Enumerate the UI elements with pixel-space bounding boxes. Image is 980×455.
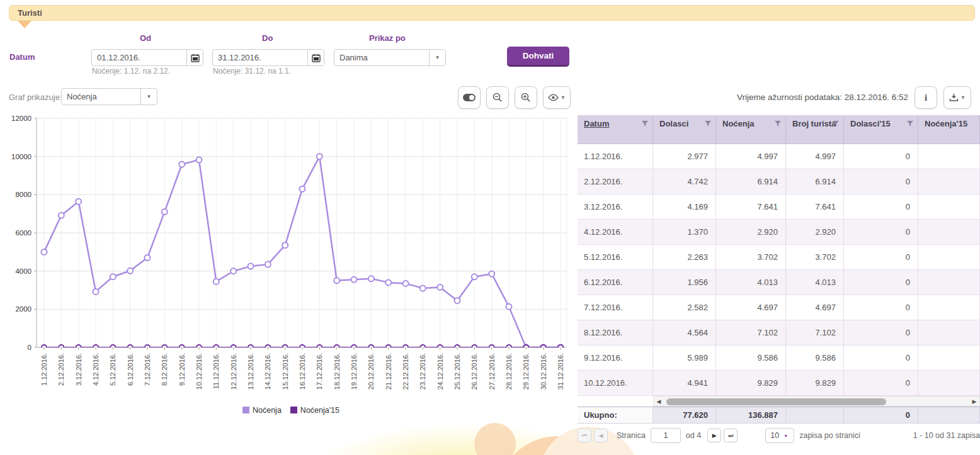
table-cell (918, 371, 980, 396)
table-cell: 2.582 (653, 295, 716, 320)
table-row[interactable]: 7.12.2016.2.5824.6974.6970 (578, 295, 980, 320)
zoom-in-icon (520, 92, 532, 103)
zoom-in-button[interactable] (515, 86, 537, 109)
table-cell (918, 295, 980, 320)
column-header-5[interactable]: Noćenja'15 (918, 115, 980, 143)
calendar-icon[interactable] (307, 50, 324, 65)
export-download-button[interactable]: ▼ (943, 86, 971, 109)
scrollbar-track[interactable] (664, 396, 969, 406)
pagination-bar: ⏮ ◀ Stranica od 4 ▶ ⏭ 10 ▼ zapisa po str… (578, 427, 980, 444)
next-page-button[interactable]: ▶ (707, 429, 721, 442)
chart-toggle-button[interactable] (458, 86, 481, 109)
svg-text:11.12.2016.: 11.12.2016. (212, 353, 220, 389)
column-header-0[interactable]: Datum (578, 115, 653, 143)
table-cell (918, 320, 980, 345)
scrollbar-thumb[interactable] (666, 398, 886, 405)
table-row[interactable]: 9.12.2016.5.9899.5869.5860 (578, 345, 980, 371)
table-cell: 4.697 (716, 295, 786, 320)
svg-text:7.12.2016.: 7.12.2016. (144, 353, 151, 386)
calendar-icon[interactable] (186, 50, 203, 65)
table-cell: 10.12.2016. (578, 371, 653, 396)
svg-text:12000: 12000 (11, 115, 31, 122)
table-row[interactable]: 6.12.2016.1.9564.0134.0130 (578, 270, 980, 295)
last-page-button[interactable]: ⏭ (724, 429, 738, 442)
filter-icon (705, 121, 711, 126)
total-cell: 77.620 (653, 407, 716, 423)
svg-text:6000: 6000 (15, 229, 31, 237)
table-cell: 0 (844, 320, 918, 345)
table-cell: 6.12.2016. (578, 270, 653, 295)
table-cell: 4.013 (786, 270, 844, 295)
column-header-3[interactable]: Broj turista (786, 115, 844, 143)
legend-swatch[interactable] (242, 407, 249, 413)
total-cell (918, 407, 980, 423)
turisti-tab[interactable]: Turisti (9, 5, 975, 21)
column-label: Dolasci (659, 119, 688, 128)
info-button[interactable]: i (914, 86, 937, 109)
prev-page-button[interactable]: ◀ (594, 429, 608, 442)
date-to-hint: Noćenje: 31.12. na 1.1. (213, 67, 291, 76)
dohvati-button[interactable]: Dohvati (507, 47, 569, 67)
svg-text:28.12.2016.: 28.12.2016. (505, 353, 513, 390)
table-cell: 2.920 (786, 220, 844, 245)
zoom-out-button[interactable] (486, 86, 509, 109)
records-range-label: 1 - 10 od 31 zapisa (913, 431, 980, 440)
date-to-input[interactable]: 31.12.2016. (212, 49, 324, 66)
graf-prikazuje-select[interactable]: Noćenja ▼ (61, 88, 157, 105)
table-row[interactable]: 4.12.2016.1.3702.9202.9200 (578, 220, 980, 245)
total-label: Ukupno: (578, 407, 653, 423)
table-cell (918, 245, 980, 270)
column-label: Broj turista (792, 119, 836, 128)
table-cell: 0 (844, 220, 918, 245)
table-cell (918, 194, 980, 220)
table-cell: 0 (844, 245, 918, 270)
chevron-down-icon[interactable]: ▼ (429, 50, 445, 65)
turisti-page: Turisti Datum Od Do Prikaz po 01.12.2016… (0, 0, 980, 455)
table-row[interactable]: 8.12.2016.4.5647.1027.1020 (578, 320, 980, 345)
chevron-down-icon[interactable]: ▼ (140, 89, 157, 104)
table-cell (918, 220, 980, 245)
page-size-select[interactable]: 10 ▼ (765, 428, 794, 443)
svg-text:6.12.2016.: 6.12.2016. (127, 353, 134, 386)
legend-label[interactable]: Noćenja (253, 406, 282, 415)
table-row[interactable]: 5.12.2016.2.2633.7023.7020 (578, 245, 980, 270)
table-row[interactable]: 10.12.2016.4.9419.8299.8290 (578, 371, 980, 396)
scroll-right-arrow[interactable]: ▶ (969, 398, 979, 405)
svg-text:17.12.2016.: 17.12.2016. (316, 353, 323, 390)
svg-text:18.12.2016.: 18.12.2016. (333, 353, 341, 390)
svg-text:25.12.2016.: 25.12.2016. (453, 353, 461, 390)
column-label: Noćenja (722, 119, 755, 128)
total-cell: 0 (844, 407, 918, 423)
table-cell: 7.102 (716, 320, 786, 345)
series-visibility-button[interactable]: ▼ (543, 86, 571, 109)
date-from-hint: Noćenje: 1.12. na 2.12. (92, 67, 170, 76)
stranica-label: Stranica (617, 431, 646, 440)
page-size-label: zapisa po stranici (799, 431, 860, 440)
table-cell (918, 270, 980, 295)
table-row[interactable]: 2.12.2016.4.7426.9146.9140 (578, 169, 980, 194)
date-to-value: 31.12.2016. (213, 53, 307, 62)
table-cell: 0 (844, 270, 918, 295)
legend-swatch[interactable] (290, 407, 297, 413)
prikaz-po-select[interactable]: Danima ▼ (334, 49, 446, 66)
filter-icon (833, 121, 839, 126)
legend-label[interactable]: Noćenja'15 (300, 406, 339, 415)
date-from-input[interactable]: 01.12.2016. (91, 49, 203, 66)
chevron-down-icon: ▼ (783, 434, 794, 438)
svg-text:8.12.2016.: 8.12.2016. (161, 353, 168, 386)
first-page-button[interactable]: ⏮ (578, 429, 591, 442)
column-header-1[interactable]: Dolasci (653, 115, 716, 143)
table-row[interactable]: 3.12.2016.4.1697.6417.6410 (578, 194, 980, 220)
prikaz-po-value: Danima (334, 53, 429, 62)
tab-pointer-icon (18, 21, 31, 28)
table-row[interactable]: 1.12.2016.2.9774.9974.9970 (578, 144, 980, 169)
table-cell: 4.013 (716, 270, 786, 295)
chevron-down-icon: ▼ (960, 94, 966, 101)
scroll-left-arrow[interactable]: ◀ (654, 398, 664, 405)
column-header-2[interactable]: Noćenja (716, 115, 786, 143)
svg-text:23.12.2016.: 23.12.2016. (419, 353, 426, 390)
chart-legend: NoćenjaNoćenja'15 (0, 406, 573, 415)
column-header-4[interactable]: Dolasci'15 (844, 115, 918, 143)
page-number-input[interactable] (651, 428, 681, 443)
table-cell: 3.702 (786, 245, 844, 270)
